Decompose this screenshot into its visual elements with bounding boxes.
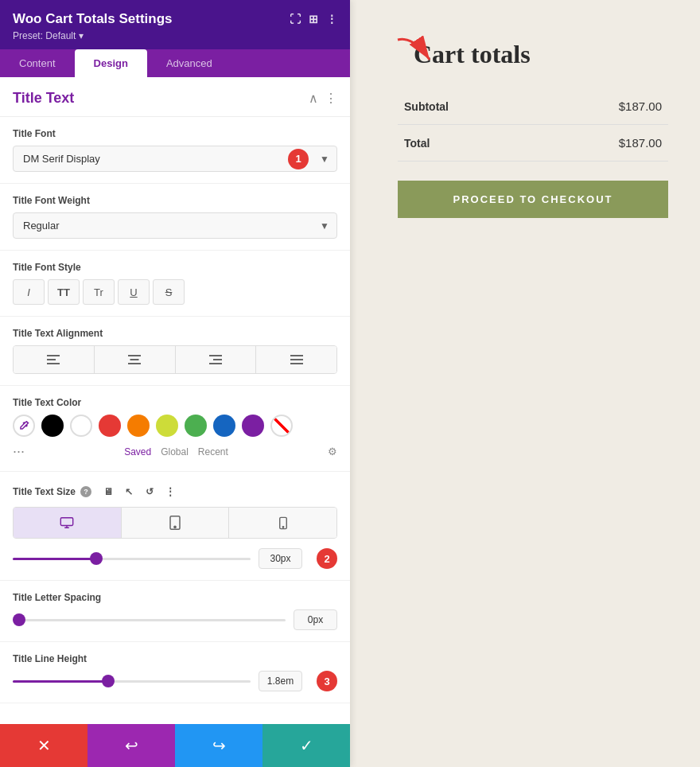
black-swatch[interactable] xyxy=(41,415,64,437)
section-more-icon[interactable]: ⋮ xyxy=(325,91,337,106)
size-help-icon[interactable]: ? xyxy=(80,486,91,497)
svg-point-16 xyxy=(174,526,176,528)
more-icon[interactable]: ⋮ xyxy=(326,13,337,25)
svg-rect-7 xyxy=(213,359,222,360)
section-header-icons: ∧ ⋮ xyxy=(309,91,337,106)
device-tabs xyxy=(13,507,337,539)
line-height-slider[interactable] xyxy=(13,673,251,689)
none-swatch[interactable] xyxy=(270,415,293,437)
line-height-slider-row: 1.8em 3 xyxy=(13,671,337,691)
align-justify-button[interactable] xyxy=(256,346,336,373)
font-style-buttons: I TT Tr U S xyxy=(13,279,337,305)
checkout-button[interactable]: PROCEED TO CHECKOUT xyxy=(398,181,668,218)
global-color-tab[interactable]: Global xyxy=(161,446,189,457)
italic-button[interactable]: I xyxy=(13,279,45,305)
size-value[interactable]: 30px xyxy=(259,548,302,569)
svg-rect-8 xyxy=(209,363,222,364)
blue-swatch[interactable] xyxy=(213,415,235,437)
panel-body: Title Text ∧ ⋮ Title Font DM Serif Displ… xyxy=(0,77,350,767)
arrow-indicator xyxy=(390,32,438,75)
title-font-weight-select-wrapper: Regular ▼ xyxy=(13,212,337,239)
total-value: $187.00 xyxy=(535,125,668,162)
mobile-tab[interactable] xyxy=(229,508,336,538)
title-font-field: Title Font DM Serif Display ▼ 1 xyxy=(0,117,350,184)
undo-button[interactable]: ↩ xyxy=(88,724,175,767)
color-tabs-row: ··· Saved Global Recent ⚙ xyxy=(13,443,337,460)
svg-rect-6 xyxy=(209,355,222,356)
svg-rect-11 xyxy=(290,363,303,364)
tab-design[interactable]: Design xyxy=(75,49,147,77)
title-letter-spacing-field: Title Letter Spacing 0px xyxy=(0,581,350,642)
svg-rect-12 xyxy=(61,518,73,526)
title-font-weight-select[interactable]: Regular xyxy=(13,212,337,239)
desktop-device-icon[interactable]: 🖥 xyxy=(99,483,117,500)
fullscreen-icon[interactable]: ⛶ xyxy=(290,13,301,25)
panel-title-icons: ⛶ ⊞ ⋮ xyxy=(290,13,337,25)
device-icons: 🖥 ↖ ↺ ⋮ xyxy=(99,483,179,500)
title-text-alignment-field: Title Text Alignment xyxy=(0,317,350,386)
cart-table: Subtotal $187.00 Total $187.00 xyxy=(398,88,668,162)
orange-swatch[interactable] xyxy=(127,415,150,437)
more-size-icon[interactable]: ⋮ xyxy=(161,483,179,500)
title-text-color-field: Title Text Color ··· Saved xyxy=(0,386,350,472)
align-left-button[interactable] xyxy=(14,346,95,373)
color-swatches-row xyxy=(13,415,337,437)
columns-icon[interactable]: ⊞ xyxy=(309,13,318,25)
title-font-style-label: Title Font Style xyxy=(13,262,337,273)
cancel-button[interactable]: ✕ xyxy=(0,724,88,767)
purple-swatch[interactable] xyxy=(242,415,264,437)
preset-text[interactable]: Preset: Default ▾ xyxy=(13,30,337,41)
svg-rect-5 xyxy=(128,363,141,364)
reset-icon[interactable]: ↺ xyxy=(141,483,158,500)
strikethrough-button[interactable]: S xyxy=(153,279,185,305)
section-header: Title Text ∧ ⋮ xyxy=(0,77,350,117)
bottom-toolbar: ✕ ↩ ↪ ✓ xyxy=(0,724,350,767)
desktop-tab[interactable] xyxy=(14,508,122,538)
title-font-weight-label: Title Font Weight xyxy=(13,195,337,206)
line-height-value[interactable]: 1.8em xyxy=(259,671,302,691)
eyedropper-swatch[interactable] xyxy=(13,415,35,437)
title-line-height-label: Title Line Height xyxy=(13,653,337,664)
badge-1: 1 xyxy=(288,149,309,169)
cursor-icon[interactable]: ↖ xyxy=(120,483,138,500)
collapse-icon[interactable]: ∧ xyxy=(309,91,318,106)
letter-spacing-value[interactable]: 0px xyxy=(294,609,337,630)
yellow-swatch[interactable] xyxy=(156,415,178,437)
title-text-size-label: Title Text Size ? 🖥 ↖ ↺ ⋮ xyxy=(13,483,337,500)
table-row: Total $187.00 xyxy=(398,125,668,162)
underline-button[interactable]: U xyxy=(118,279,150,305)
title-font-weight-field: Title Font Weight Regular ▼ xyxy=(0,184,350,251)
tab-advanced[interactable]: Advanced xyxy=(147,49,231,77)
white-swatch[interactable] xyxy=(70,415,92,437)
save-button[interactable]: ✓ xyxy=(262,724,350,767)
letter-spacing-slider[interactable] xyxy=(13,612,286,628)
title-text-color-label: Title Text Color xyxy=(13,397,337,408)
green-swatch[interactable] xyxy=(185,415,207,437)
title-font-select-wrapper: DM Serif Display ▼ 1 xyxy=(13,146,337,172)
tablet-tab[interactable] xyxy=(122,508,230,538)
align-right-button[interactable] xyxy=(176,346,257,373)
red-swatch[interactable] xyxy=(99,415,121,437)
saved-color-tab[interactable]: Saved xyxy=(124,446,151,457)
recent-color-tab[interactable]: Recent xyxy=(198,446,228,457)
panel-title-row: Woo Cart Totals Settings ⛶ ⊞ ⋮ xyxy=(13,11,337,27)
svg-rect-2 xyxy=(47,363,60,364)
badge-2: 2 xyxy=(317,548,337,569)
redo-button[interactable]: ↪ xyxy=(175,724,262,767)
color-ellipsis[interactable]: ··· xyxy=(13,443,25,460)
total-label: Total xyxy=(398,125,535,162)
tab-bar: Content Design Advanced xyxy=(0,49,350,77)
alignment-buttons xyxy=(13,345,337,374)
tab-content[interactable]: Content xyxy=(0,49,75,77)
align-center-button[interactable] xyxy=(95,346,176,373)
title-line-height-field: Title Line Height 1.8em 3 xyxy=(0,642,350,703)
title-font-label: Title Font xyxy=(13,128,337,139)
svg-rect-0 xyxy=(47,355,60,356)
letter-spacing-slider-row: 0px xyxy=(13,609,337,630)
svg-rect-4 xyxy=(130,359,139,360)
capitalize-button[interactable]: Tr xyxy=(83,279,115,305)
size-slider-row: 30px 2 xyxy=(13,548,337,569)
uppercase-button[interactable]: TT xyxy=(48,279,80,305)
size-slider[interactable] xyxy=(13,551,251,566)
color-settings-icon[interactable]: ⚙ xyxy=(328,446,337,457)
